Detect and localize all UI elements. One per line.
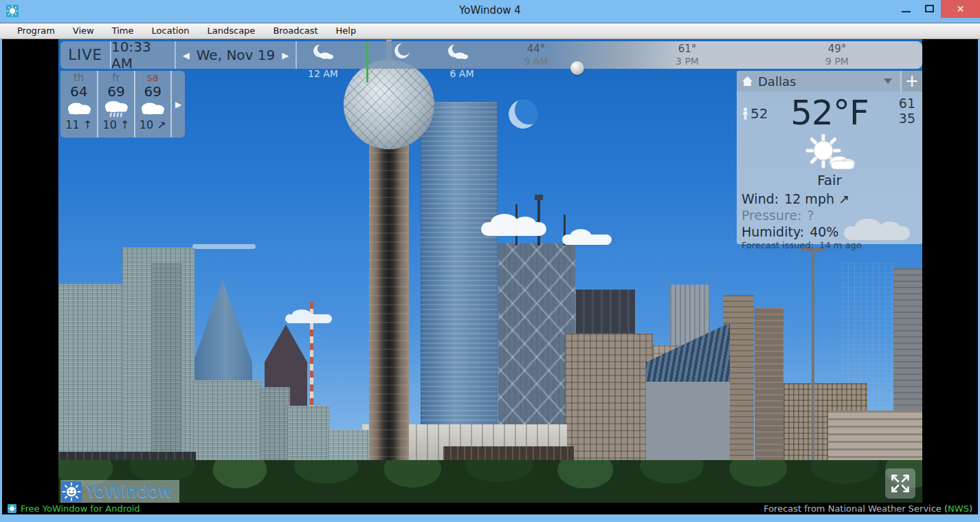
feels-like-value: 52	[750, 105, 768, 122]
timeline-time: 12 AM	[301, 67, 345, 80]
reunion-tower-sphere	[344, 60, 434, 149]
timeline-time: 3 PM	[665, 55, 709, 67]
cloudy-icon	[135, 99, 170, 118]
sun-cloud-icon	[737, 134, 922, 173]
location-header: Dallas +	[737, 71, 922, 91]
forecast-day-thursday[interactable]: th 64 11 ↑	[60, 71, 97, 138]
day-wind: 11 ↑	[60, 118, 97, 132]
reunion-tower-shaft	[369, 134, 409, 478]
menu-location[interactable]: Location	[143, 23, 199, 39]
menu-landscape[interactable]: Landscape	[199, 23, 265, 39]
yowindow-logo[interactable]: YoWindow	[60, 480, 179, 503]
current-temperature: 52°F	[790, 93, 868, 133]
timeline-point: 61° 3 PM	[665, 43, 709, 67]
date-navigator: ◀ We, Nov 19 ▶	[176, 41, 296, 69]
rain-icon	[98, 99, 133, 118]
plus-icon: +	[905, 72, 919, 91]
menu-view[interactable]: View	[64, 23, 103, 39]
day-timeline-slider[interactable]: 12 AM 6 AM 44° 9 AM 61° 3 PM	[297, 41, 922, 69]
menu-bar: Program View Time Location Landscape Bro…	[0, 23, 980, 39]
rooftop-antenna	[537, 195, 540, 246]
fullscreen-button[interactable]	[885, 468, 915, 499]
wind-direction-arrow: ↗	[838, 191, 849, 206]
timeline-time: 9 AM	[514, 55, 558, 67]
title-bar: YoWindow 4 ✕	[0, 0, 980, 23]
cloud	[192, 244, 256, 249]
menu-time[interactable]: Time	[103, 23, 143, 39]
day-temp: 64	[60, 84, 97, 99]
cloud	[285, 314, 332, 323]
minimize-button[interactable]	[894, 0, 917, 17]
menu-help[interactable]: Help	[327, 23, 366, 39]
day-wind: 10 ↑	[98, 118, 133, 132]
low-temp: 35	[899, 111, 915, 126]
nws-link[interactable]: NWS	[948, 503, 969, 514]
moon-icon	[393, 43, 411, 61]
day-temp: 69	[98, 84, 133, 99]
expand-arrow-icon: ▶	[175, 100, 181, 109]
timeline-temp	[440, 43, 484, 55]
minimize-icon	[902, 11, 911, 12]
timeline-point: 44° 9 AM	[514, 43, 558, 67]
timeline-temp	[301, 43, 345, 55]
high-low: 61 35	[899, 96, 915, 126]
next-day-button[interactable]: ▶	[282, 50, 289, 61]
window-title: YoWindow 4	[0, 4, 980, 17]
timeline-point: 12 AM	[301, 43, 345, 80]
pressure-row: Pressure:?	[742, 207, 922, 224]
temperature-row: 52 52°F 61 35	[737, 91, 922, 134]
high-temp: 61	[899, 96, 915, 111]
maximize-icon	[925, 5, 934, 12]
chevron-down-icon[interactable]	[884, 78, 892, 84]
wind-direction-arrow: ↗	[157, 118, 166, 131]
android-promo-link[interactable]: Free YoWindow for Android	[21, 503, 140, 514]
logo-text: YoWindow	[86, 481, 172, 501]
forecast-day-friday[interactable]: fr 69 10 ↑	[97, 71, 133, 138]
status-bar: Free YoWindow for Android Forecast from …	[2, 503, 978, 514]
close-button[interactable]: ✕	[941, 0, 980, 18]
time-marker-line	[366, 41, 368, 83]
smiley-sun-icon	[61, 481, 82, 502]
app-window: YoWindow 4 ✕ Program View Time Location …	[0, 0, 980, 522]
clock-display[interactable]: 10:33 AM	[111, 41, 175, 69]
person-icon	[742, 107, 749, 120]
day-wind: 10 ↗	[135, 118, 170, 132]
app-body: LIVE 10:33 AM ◀ We, Nov 19 ▶	[0, 39, 980, 514]
yowindow-mini-icon	[8, 504, 16, 513]
forecast-day-saturday[interactable]: sa 69 10 ↗	[134, 71, 170, 138]
window-border-bottom	[0, 514, 980, 522]
day-temp: 69	[135, 84, 170, 99]
date-label: We, Nov 19	[197, 47, 275, 63]
weather-panel: Dallas + 52 52°F 61 35	[737, 71, 922, 244]
timeline-time: 9 PM	[815, 55, 859, 67]
location-name[interactable]: Dallas	[758, 74, 884, 89]
timeline-temp: 49°	[815, 43, 859, 55]
forecast-expand-button[interactable]: ▶	[170, 71, 185, 138]
forecast-issued-row: Forecast issued:14 m ago	[742, 240, 922, 252]
timeline-slider-handle[interactable]	[570, 61, 584, 75]
humidity-row: Humidity:40%	[742, 224, 922, 240]
feels-like: 52	[742, 105, 768, 122]
forecast-source-text: Forecast from National Weather Service (…	[764, 503, 972, 514]
menu-program[interactable]: Program	[8, 23, 64, 39]
maximize-button[interactable]	[917, 0, 941, 17]
condition-text: Fair	[737, 173, 922, 189]
forecast-panel: th 64 11 ↑ fr 69 10 ↑	[60, 71, 170, 138]
timeline-temp: 44°	[514, 43, 558, 55]
day-label: sa	[135, 72, 170, 84]
treeline	[58, 460, 922, 503]
timeline-time: 6 AM	[440, 67, 484, 80]
wind-direction-arrow: ↑	[120, 118, 129, 131]
cloud	[481, 222, 546, 236]
prev-day-button[interactable]: ◀	[183, 50, 190, 61]
add-location-button[interactable]: +	[900, 71, 922, 91]
timeline-point: 6 AM	[440, 43, 484, 80]
timeline-point: 49° 9 PM	[815, 43, 859, 67]
cloudy-icon	[60, 99, 97, 118]
menu-broadcast[interactable]: Broadcast	[264, 23, 326, 39]
day-label: fr	[98, 72, 133, 84]
crescent-moon	[509, 100, 537, 129]
landscape-scene: LIVE 10:33 AM ◀ We, Nov 19 ▶	[58, 39, 922, 503]
timeline-temp: 61°	[665, 43, 709, 55]
live-button[interactable]: LIVE	[60, 41, 110, 69]
